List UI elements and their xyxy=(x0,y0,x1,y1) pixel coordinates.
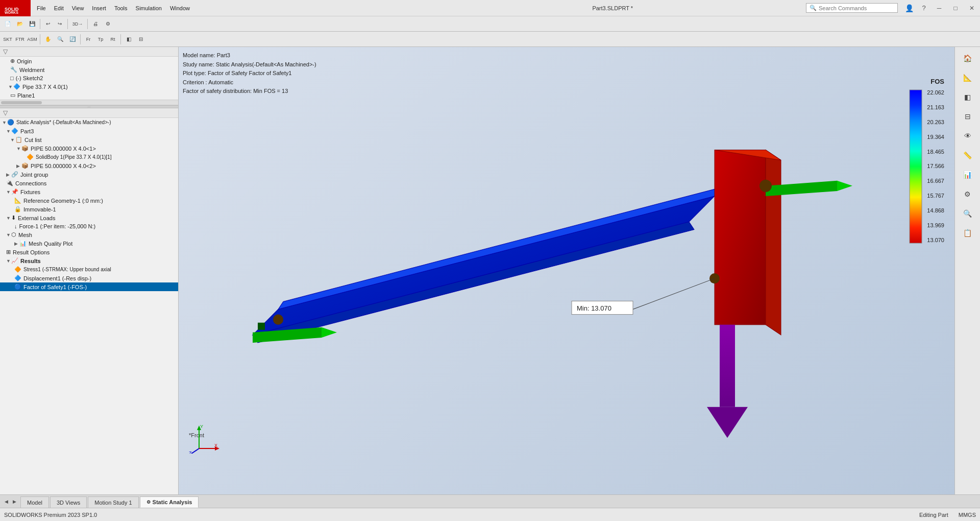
right-options-button[interactable]: ⚙ xyxy=(959,185,977,203)
3d-view-button[interactable]: 3D→ xyxy=(70,18,85,30)
menu-window[interactable]: Window xyxy=(166,3,194,13)
legend-value-3: 19.364 xyxy=(927,134,944,140)
legend-value-6: 16.667 xyxy=(927,178,944,184)
right-measure-button[interactable]: 📊 xyxy=(959,165,977,184)
tree-force1[interactable]: ↓ Force-1 (:Per item: -25,000 N:) xyxy=(0,222,178,230)
tab-model[interactable]: Model xyxy=(20,496,49,508)
assembly-button[interactable]: ASM xyxy=(27,34,38,45)
tree-mesh-quality-plot[interactable]: ▶ 📊 Mesh Quality Plot xyxy=(0,239,178,248)
results-arrow: ▼ xyxy=(6,258,11,264)
mesh-plot-icon: 📊 xyxy=(19,240,27,247)
tab-nav-prev[interactable]: ◀ xyxy=(2,498,10,506)
feature-tree-upper: ▽ ⊕ Origin 🔧 Weldment □ (-) Sketch2 ▼ 🔷 … xyxy=(0,47,178,105)
tree-item-pipe[interactable]: ▼ 🔷 Pipe 33.7 X 4.0(1) xyxy=(0,82,178,91)
tree-fos1[interactable]: 🔵 Factor of Safety1 (-FOS-) xyxy=(0,282,178,291)
mesh-icon: ⬡ xyxy=(11,231,16,238)
tree-displacement1[interactable]: 🔷 Displacement1 (-Res disp-) xyxy=(0,274,178,282)
user-icon: 👤 xyxy=(905,4,914,12)
tree-stress1[interactable]: 🔶 Stress1 (-STRMAX: Upper bound axial xyxy=(0,265,178,274)
tab-static-analysis[interactable]: ⚙ Static Analysis xyxy=(140,496,199,508)
svg-marker-7 xyxy=(766,150,781,335)
tree-item-plane1[interactable]: ▭ Plane1 xyxy=(0,91,178,100)
tree-results[interactable]: ▼ 📈 Results xyxy=(0,256,178,265)
zoom-button[interactable]: 🔍 xyxy=(55,34,66,45)
maximize-button[interactable]: □ xyxy=(947,0,964,16)
tree-study-root[interactable]: ▼ 🔵 Static Analysis* (-Default<As Machin… xyxy=(0,118,178,127)
redo-button[interactable]: ↪ xyxy=(54,18,65,30)
part3-arrow: ▼ xyxy=(6,129,11,134)
tab-static-analysis-icon: ⚙ xyxy=(146,500,151,505)
tree-part3[interactable]: ▼ 🔷 Part3 xyxy=(0,127,178,135)
view-right-button[interactable]: Rt xyxy=(107,34,118,45)
tree-cutlist[interactable]: ▼ 📋 Cut list xyxy=(0,135,178,144)
tree-ext-loads[interactable]: ▼ ⬇ External Loads xyxy=(0,214,178,222)
menu-view[interactable]: View xyxy=(68,3,88,13)
menu-edit[interactable]: Edit xyxy=(50,3,68,13)
result-options-icon: ⊞ xyxy=(6,249,11,255)
menu-bar: File Edit View Insert Tools Simulation W… xyxy=(31,3,420,13)
right-hide-button[interactable]: 👁 xyxy=(959,127,977,145)
tree-pipe2[interactable]: ▶ 📦 PIPE 50.000000 X 4.0<2> xyxy=(0,161,178,170)
tab-3d-views[interactable]: 3D Views xyxy=(50,496,87,508)
sketch-button[interactable]: SKT xyxy=(2,34,13,45)
tree-fixtures[interactable]: ▼ 📌 Fixtures xyxy=(0,187,178,196)
tree-item-origin[interactable]: ⊕ Origin xyxy=(0,57,178,65)
feature-button[interactable]: FTR xyxy=(14,34,26,45)
tree-solidbody[interactable]: 🔶 SolidBody 1(Pipe 33.7 X 4.0(1)[1] xyxy=(0,153,178,161)
tree-joint-group[interactable]: ▶ 🔗 Joint group xyxy=(0,170,178,179)
right-section-button[interactable]: ⊟ xyxy=(959,107,977,126)
viewport[interactable]: Model name: Part3 Study name: Static Ana… xyxy=(179,47,954,494)
menu-simulation[interactable]: Simulation xyxy=(132,3,166,13)
right-search-button[interactable]: 🔍 xyxy=(959,204,977,223)
move-button[interactable]: ✋ xyxy=(42,34,54,45)
tree-immovable[interactable]: 🔒 Immovable-1 xyxy=(0,205,178,214)
tree-ref-geometry[interactable]: 📐 Reference Geometry-1 (:0 mm:) xyxy=(0,196,178,205)
tree-item-weldment[interactable]: 🔧 Weldment xyxy=(0,65,178,74)
menu-insert[interactable]: Insert xyxy=(88,3,110,13)
search-input[interactable] xyxy=(819,5,880,11)
tree-result-options[interactable]: ⊞ Result Options xyxy=(0,248,178,256)
rotate-button[interactable]: 🔄 xyxy=(67,34,78,45)
print-button[interactable]: 🖨 xyxy=(90,18,101,30)
view-top-button[interactable]: Tp xyxy=(95,34,106,45)
tab-nav-next[interactable]: ▶ xyxy=(10,498,18,506)
tree-mesh[interactable]: ▼ ⬡ Mesh xyxy=(0,230,178,239)
view-front-button[interactable]: Fr xyxy=(83,34,94,45)
fixtures-arrow: ▼ xyxy=(6,190,11,195)
sim-filter-bar: ▽ xyxy=(0,108,178,118)
options-button[interactable]: ⚙ xyxy=(102,18,113,30)
solidbody-icon: 🔶 xyxy=(27,154,34,160)
coordinate-axes: Y X Z xyxy=(189,423,219,454)
right-task-button[interactable]: 📋 xyxy=(959,224,977,242)
new-button[interactable]: 📄 xyxy=(2,18,13,30)
sketch-icon: □ xyxy=(10,75,14,81)
pipe1-icon: 📦 xyxy=(21,145,29,152)
tab-nav: ◀ ▶ xyxy=(0,495,20,508)
right-display-button[interactable]: ◧ xyxy=(959,88,977,106)
right-home-button[interactable]: 🏠 xyxy=(959,49,977,67)
menu-file[interactable]: File xyxy=(33,3,50,13)
undo-button[interactable]: ↩ xyxy=(42,18,54,30)
section-view-button[interactable]: ⊟ xyxy=(135,34,146,45)
editing-part-text: Editing Part xyxy=(919,512,948,518)
display-mode-button[interactable]: ◧ xyxy=(123,34,134,45)
tree-item-sketch2[interactable]: □ (-) Sketch2 xyxy=(0,74,178,82)
sim-filter-icon: ▽ xyxy=(3,109,8,116)
tree-connections[interactable]: 🔌 Connections xyxy=(0,179,178,187)
search-box[interactable]: 🔍 xyxy=(806,3,898,13)
expand-arrow: ▼ xyxy=(8,84,13,89)
tab-motion-study[interactable]: Motion Study 1 xyxy=(88,496,138,508)
close-button[interactable]: ✕ xyxy=(964,0,980,16)
model-svg: Min: 13.070 xyxy=(179,47,954,494)
toolbar-row2: SKT FTR ASM ✋ 🔍 🔄 Fr Tp Rt ◧ ⊟ xyxy=(0,32,980,47)
help-icon[interactable]: ? xyxy=(917,0,931,16)
mesh-plot-arrow: ▶ xyxy=(14,241,19,246)
menu-tools[interactable]: Tools xyxy=(110,3,132,13)
open-button[interactable]: 📂 xyxy=(14,18,26,30)
minimize-button[interactable]: ─ xyxy=(931,0,947,16)
tree-pipe1[interactable]: ▼ 📦 PIPE 50.000000 X 4.0<1> xyxy=(0,144,178,153)
save-button[interactable]: 💾 xyxy=(27,18,38,30)
right-view-button[interactable]: 📐 xyxy=(959,68,977,87)
right-ref-button[interactable]: 📏 xyxy=(959,146,977,164)
upper-scrollbar[interactable] xyxy=(0,100,178,105)
